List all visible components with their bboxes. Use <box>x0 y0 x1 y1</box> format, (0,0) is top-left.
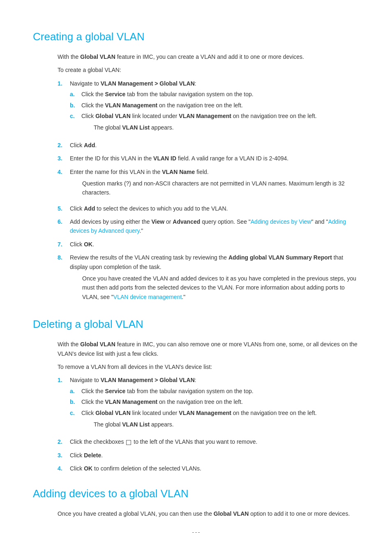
deleting-step-1: Navigate to VLAN Management > Global VLA… <box>58 375 359 433</box>
deleting-step-4: Click OK to confirm deletion of the sele… <box>58 464 359 473</box>
section-title-creating: Creating a global VLAN <box>33 29 359 45</box>
creating-step-1: Navigate to VLAN Management > Global VLA… <box>58 79 359 137</box>
creating-step-6: Add devices by using either the View or … <box>58 217 359 236</box>
creating-step-2: Click Add. <box>58 141 359 150</box>
adding-devices-content: Once you have created a global VLAN, you… <box>58 509 359 518</box>
creating-intro1: With the Global VLAN feature in IMC, you… <box>58 52 359 61</box>
deleting-sub-step-1a: Click the Service tab from the tabular n… <box>70 387 359 396</box>
deleting-sub-steps-1: Click the Service tab from the tabular n… <box>70 387 359 432</box>
section-title-deleting: Deleting a global VLAN <box>33 316 359 332</box>
creating-step-8: Review the results of the VLAN creating … <box>58 253 359 304</box>
creating-steps: Navigate to VLAN Management > Global VLA… <box>58 79 359 304</box>
deleting-step-2: Click the checkboxes to the left of the … <box>58 437 359 446</box>
creating-step-4: Enter the name for this VLAN in the VLAN… <box>58 167 359 200</box>
deleting-sub-step-1b: Click the VLAN Management on the navigat… <box>70 397 359 406</box>
creating-sub-step-1c: Click Global VLAN link located under VLA… <box>70 111 359 135</box>
deleting-steps: Navigate to VLAN Management > Global VLA… <box>58 375 359 473</box>
creating-sub-step-1b: Click the VLAN Management on the navigat… <box>70 101 359 110</box>
deleting-content: With the Global VLAN feature in IMC, you… <box>58 340 359 473</box>
deleting-intro2: To remove a VLAN from all devices in the… <box>58 362 359 371</box>
deleting-step-3: Click Delete. <box>58 451 359 460</box>
creating-step-5: Click Add to select the devices to which… <box>58 204 359 213</box>
creating-content: With the Global VLAN feature in IMC, you… <box>58 52 359 304</box>
creating-step-7: Click OK. <box>58 240 359 249</box>
adding-devices-intro1: Once you have created a global VLAN, you… <box>58 509 359 518</box>
deleting-sub-step-1c: Click Global VLAN link located under VLA… <box>70 408 359 432</box>
creating-intro2: To create a global VLAN: <box>58 65 359 74</box>
link-adding-devices-view[interactable]: Adding devices by View <box>251 218 311 225</box>
creating-sub-step-1a: Click the Service tab from the tabular n… <box>70 90 359 99</box>
link-vlan-device-management[interactable]: VLAN device management <box>113 294 182 300</box>
page-number: 962 <box>33 531 359 533</box>
deleting-intro1: With the Global VLAN feature in IMC, you… <box>58 340 359 358</box>
creating-sub-steps-1: Click the Service tab from the tabular n… <box>70 90 359 135</box>
creating-step-3: Enter the ID for this VLAN in the VLAN I… <box>58 154 359 163</box>
section-title-adding-devices: Adding devices to a global VLAN <box>33 486 359 502</box>
checkbox-icon <box>126 440 131 445</box>
